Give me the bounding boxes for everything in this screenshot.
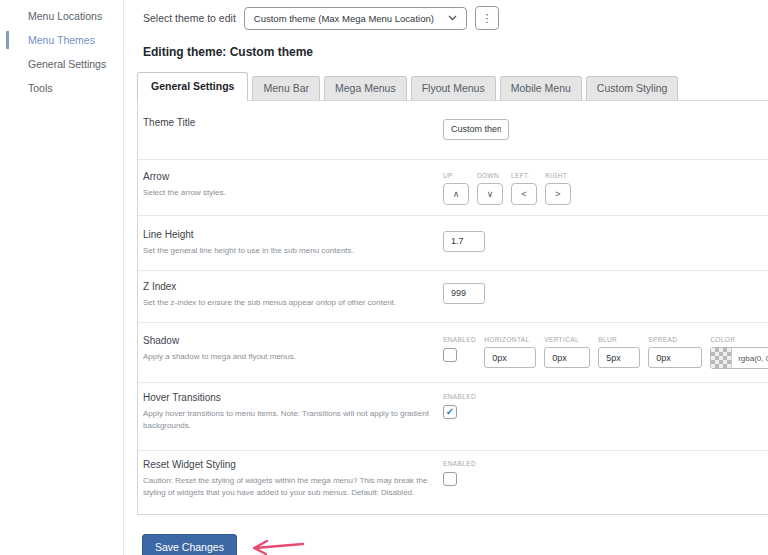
arrow-up-select[interactable]: ∧ [443,183,469,205]
main-content: Select theme to edit Custom theme (Max M… [124,0,768,555]
tab-mega-menus[interactable]: Mega Menus [324,76,407,100]
shadow-color-picker[interactable]: rgba(0, 0, 0, 0.1) [710,347,768,369]
theme-select-dropdown[interactable]: Custom theme (Max Mega Menu Location) [244,7,467,30]
arrow-left-label: LEFT [511,172,537,179]
save-changes-button[interactable]: Save Changes [142,534,237,555]
line-height-input[interactable] [443,231,485,252]
sidebar-item-general-settings[interactable]: General Settings [0,52,123,76]
arrow-description: Select the arrow styles. [143,187,431,199]
shadow-enabled-label: ENABLED [443,336,476,343]
hover-transitions-enabled-label: ENABLED [443,393,768,400]
shadow-horizontal-label: HORIZONTAL [484,336,536,343]
arrow-right-label: RIGHT [545,172,571,179]
setting-row-reset-widget-styling: Reset Widget Styling Caution: Reset the … [138,451,768,514]
arrow-up-label: UP [443,172,469,179]
shadow-description: Apply a shadow to mega and flyout menus. [143,351,431,363]
tab-menu-bar[interactable]: Menu Bar [252,76,320,100]
reset-widget-styling-label: Reset Widget Styling [143,459,431,470]
theme-title-input[interactable] [443,119,509,140]
hover-transitions-label: Hover Transitions [143,392,431,403]
reset-widget-styling-enabled-label: ENABLED [443,460,768,467]
save-area: Save Changes [142,534,768,555]
sidebar-item-menu-themes[interactable]: Menu Themes [0,28,123,52]
sidebar-item-menu-locations[interactable]: Menu Locations [0,4,123,28]
theme-select-bar: Select theme to edit Custom theme (Max M… [143,6,768,30]
hover-transitions-description: Apply hover transitions to menu items. N… [143,408,431,432]
shadow-vertical-label: VERTICAL [544,336,590,343]
arrow-right-select[interactable]: > [545,183,571,205]
setting-row-hover-transitions: Hover Transitions Apply hover transition… [138,383,768,451]
sidebar-item-tools[interactable]: Tools [0,76,123,100]
hover-transitions-checkbox[interactable] [443,405,457,419]
shadow-color-label: COLOR [710,336,768,343]
chevron-down-icon [448,15,457,21]
setting-row-arrow: Arrow Select the arrow styles. UP ∧ DOWN… [138,160,768,216]
arrow-left-glyph: < [521,189,526,199]
tab-custom-styling[interactable]: Custom Styling [586,76,679,100]
shadow-enabled-checkbox[interactable] [443,348,457,362]
arrow-label: Arrow [143,171,431,182]
shadow-blur-input[interactable] [598,347,640,368]
kebab-icon: ⋮ [481,13,492,24]
z-index-description: Set the z-index to ensure the sub menus … [143,297,431,309]
line-height-label: Line Height [143,229,431,240]
shadow-blur-label: BLUR [598,336,640,343]
line-height-description: Set the general line height to use in th… [143,245,431,257]
shadow-spread-label: SPREAD [648,336,702,343]
z-index-input[interactable] [443,283,485,304]
select-theme-label: Select theme to edit [143,12,236,24]
theme-options-kebab-button[interactable]: ⋮ [475,6,499,30]
shadow-horizontal-input[interactable] [484,347,536,368]
reset-widget-styling-description: Caution: Reset the styling of widgets wi… [143,475,431,499]
page: Menu Locations Menu Themes General Setti… [0,0,768,555]
arrow-down-select[interactable]: ∨ [477,183,503,205]
z-index-label: Z Index [143,281,431,292]
theme-title-label: Theme Title [143,117,431,128]
arrow-down-label: DOWN [477,172,503,179]
setting-row-z-index: Z Index Set the z-index to ensure the su… [138,271,768,323]
theme-tabs: General Settings Menu Bar Mega Menus Fly… [137,72,768,100]
shadow-label: Shadow [143,335,431,346]
shadow-vertical-input[interactable] [544,347,590,368]
annotation-arrow-icon [245,537,307,555]
plugin-sidebar: Menu Locations Menu Themes General Setti… [0,0,124,555]
tab-mobile-menu[interactable]: Mobile Menu [500,76,582,100]
shadow-color-value: rgba(0, 0, 0, 0.1) [732,348,768,368]
shadow-spread-input[interactable] [648,347,702,368]
arrow-right-glyph: > [555,189,560,199]
setting-row-shadow: Shadow Apply a shadow to mega and flyout… [138,323,768,383]
general-settings-panel: Theme Title Arrow Select the arrow style… [137,100,768,515]
reset-widget-styling-checkbox[interactable] [443,472,457,486]
theme-select-value: Custom theme (Max Mega Menu Location) [254,13,434,24]
arrow-left-select[interactable]: < [511,183,537,205]
tab-flyout-menus[interactable]: Flyout Menus [411,76,496,100]
tab-general-settings[interactable]: General Settings [137,72,248,100]
setting-row-line-height: Line Height Set the general line height … [138,216,768,271]
arrow-down-glyph: ∨ [487,189,494,199]
page-title: Editing theme: Custom theme [143,45,768,59]
transparency-swatch [711,348,732,368]
arrow-up-glyph: ∧ [453,189,460,199]
setting-row-theme-title: Theme Title [138,101,768,160]
